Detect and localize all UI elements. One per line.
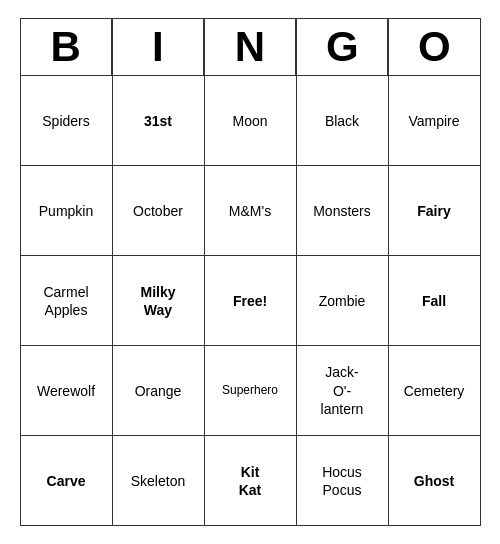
bingo-cell: HocusPocus bbox=[296, 436, 388, 526]
header-letter: O bbox=[388, 18, 480, 76]
bingo-header: BINGO bbox=[20, 18, 481, 76]
bingo-cell: KitKat bbox=[204, 436, 296, 526]
bingo-row: WerewolfOrangeSuperheroJack-O'-lanternCe… bbox=[20, 346, 480, 436]
bingo-cell: Monsters bbox=[296, 166, 388, 256]
header-letter: I bbox=[112, 18, 204, 76]
bingo-cell: Skeleton bbox=[112, 436, 204, 526]
bingo-cell: 31st bbox=[112, 76, 204, 166]
bingo-cell: M&M's bbox=[204, 166, 296, 256]
bingo-cell: Jack-O'-lantern bbox=[296, 346, 388, 436]
bingo-cell: Superhero bbox=[204, 346, 296, 436]
bingo-cell: Moon bbox=[204, 76, 296, 166]
bingo-cell: Zombie bbox=[296, 256, 388, 346]
header-letter: G bbox=[296, 18, 388, 76]
bingo-cell: October bbox=[112, 166, 204, 256]
bingo-cell: Ghost bbox=[388, 436, 480, 526]
bingo-cell: Carve bbox=[20, 436, 112, 526]
bingo-cell: Fall bbox=[388, 256, 480, 346]
bingo-cell: Orange bbox=[112, 346, 204, 436]
bingo-cell: CarmelApples bbox=[20, 256, 112, 346]
bingo-row: CarveSkeletonKitKatHocusPocusGhost bbox=[20, 436, 480, 526]
header-letter: N bbox=[204, 18, 296, 76]
bingo-row: CarmelApplesMilkyWayFree!ZombieFall bbox=[20, 256, 480, 346]
bingo-cell: MilkyWay bbox=[112, 256, 204, 346]
bingo-cell: Werewolf bbox=[20, 346, 112, 436]
bingo-cell: Cemetery bbox=[388, 346, 480, 436]
bingo-row: Spiders31stMoonBlackVampire bbox=[20, 76, 480, 166]
bingo-grid: Spiders31stMoonBlackVampirePumpkinOctobe… bbox=[20, 76, 481, 527]
bingo-cell: Black bbox=[296, 76, 388, 166]
bingo-cell: Pumpkin bbox=[20, 166, 112, 256]
bingo-cell: Free! bbox=[204, 256, 296, 346]
header-letter: B bbox=[20, 18, 112, 76]
bingo-row: PumpkinOctoberM&M'sMonstersFairy bbox=[20, 166, 480, 256]
bingo-cell: Vampire bbox=[388, 76, 480, 166]
bingo-cell: Fairy bbox=[388, 166, 480, 256]
bingo-cell: Spiders bbox=[20, 76, 112, 166]
